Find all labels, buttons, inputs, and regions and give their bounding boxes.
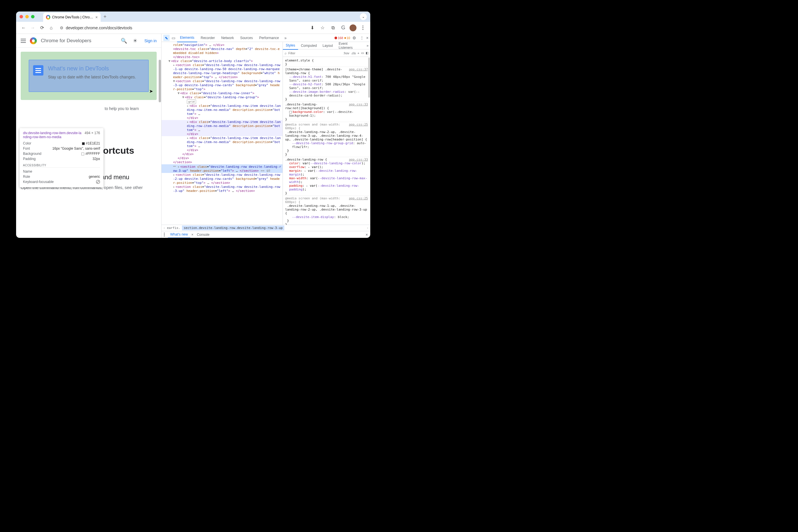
tab-title: Chrome DevTools | Chrome f	[52, 15, 94, 19]
cls-button[interactable]: .cls	[351, 52, 356, 55]
card-description: Stay up to date with the latest DevTools…	[48, 75, 136, 79]
main-area: Chrome for Developers 🔍 ☀ Sign in What's…	[16, 34, 370, 238]
forward-button[interactable]: →	[29, 24, 37, 32]
filter-input[interactable]	[288, 52, 341, 55]
install-app-icon[interactable]: ⬇	[308, 24, 316, 32]
settings-icon[interactable]: ⚙	[351, 35, 358, 41]
theme-toggle-icon[interactable]: ☀	[133, 38, 137, 44]
profile-avatar[interactable]	[350, 24, 356, 31]
styles-rules[interactable]: element.style {} app.css:37 [theme=chrom…	[283, 57, 370, 225]
devtools-menu-icon[interactable]: ⋮	[359, 35, 365, 41]
close-window-button[interactable]	[20, 15, 23, 18]
whats-new-card[interactable]: What's new in DevTools Stay up to date w…	[29, 60, 149, 92]
breadcrumb-item-selected[interactable]: section.devsite-landing-row.devsite-land…	[182, 226, 284, 230]
chevron-right-icon[interactable]: ›	[367, 226, 369, 230]
tooltip-dimensions: 494 × 176	[85, 131, 100, 139]
breadcrumb-item[interactable]: earfix.	[165, 226, 182, 230]
menu-button[interactable]	[359, 24, 367, 32]
browser-window: Chrome DevTools | Chrome f × + ⌄ ← → ⟳ ⌂…	[16, 12, 370, 238]
tab-network[interactable]: Network	[218, 34, 237, 42]
tab-sources[interactable]: Sources	[237, 34, 256, 42]
warnings-badge[interactable]: 10	[345, 36, 350, 40]
color-swatch-icon	[82, 142, 85, 145]
hov-button[interactable]: :hov	[343, 52, 349, 55]
styles-filter-bar: ⌕ :hov .cls + ▭ ◧	[283, 50, 370, 57]
tab-styles[interactable]: Styles	[283, 42, 298, 50]
devtools-drawer: What's new × Console ×	[162, 231, 370, 238]
tab-layout[interactable]: Layout	[320, 42, 336, 50]
toolbar-actions: ⬇ ☆ ⧉ G	[308, 24, 367, 32]
minimize-window-button[interactable]	[25, 15, 29, 18]
color-swatch-icon	[81, 153, 84, 155]
page-body: What's new in DevTools Stay up to date w…	[16, 48, 161, 238]
inspect-element-icon[interactable]: ⬉	[163, 35, 170, 41]
menu-icon[interactable]	[21, 39, 26, 43]
document-icon	[33, 65, 43, 76]
tt-font-value: 16px "Google Sans", sans-serif	[52, 147, 100, 151]
filter-icon: ⌕	[284, 51, 286, 55]
page-viewport: Chrome for Developers 🔍 ☀ Sign in What's…	[16, 34, 162, 238]
tab-close-button[interactable]: ×	[95, 15, 98, 20]
favicon-icon	[46, 15, 50, 20]
bookmark-icon[interactable]: ☆	[318, 24, 327, 32]
dom-breadcrumb[interactable]: ‹ earfix. section.devsite-landing-row.de…	[162, 225, 370, 231]
url-bar[interactable]: ⚙ developer.chrome.com/docs/devtools	[60, 25, 303, 30]
styles-tabs: Styles Computed Layout Event Listeners »	[283, 42, 370, 50]
body-text-snippet: to help you to learn	[104, 106, 161, 111]
selected-dom-node: ⋯ ▸<section class="devsite-landing-row d…	[162, 164, 283, 173]
tt-font-label: Font	[23, 147, 30, 151]
device-toggle-icon[interactable]: ▭	[170, 35, 177, 41]
layout-icon[interactable]: ◧	[366, 51, 369, 55]
computed-toggle-icon[interactable]: ▭	[361, 51, 364, 55]
grid-badge[interactable]: grid	[187, 99, 196, 104]
blocked-icon	[96, 180, 100, 184]
drawer-tab-console[interactable]: Console	[194, 231, 212, 238]
back-button[interactable]: ←	[20, 24, 27, 32]
page-header: Chrome for Developers 🔍 ☀ Sign in	[16, 34, 161, 48]
errors-badge[interactable]: 168	[334, 36, 343, 40]
toolbar: ← → ⟳ ⌂ ⚙ developer.chrome.com/docs/devt…	[16, 22, 370, 34]
dom-tree[interactable]: role="navigation"> … </div> <devsite-toc…	[162, 42, 283, 225]
new-rule-icon[interactable]: +	[358, 52, 359, 55]
new-tab-button[interactable]: +	[104, 14, 107, 20]
styles-panel: Styles Computed Layout Event Listeners »…	[283, 42, 370, 225]
browser-tab[interactable]: Chrome DevTools | Chrome f ×	[43, 13, 100, 22]
home-button[interactable]: ⌂	[47, 24, 55, 32]
drawer-close-button[interactable]: ×	[366, 232, 368, 237]
tabs-menu-button[interactable]: ⌄	[360, 13, 367, 20]
more-styles-tabs-icon[interactable]: »	[365, 44, 370, 48]
extensions-icon[interactable]: ⧉	[329, 24, 337, 32]
more-tabs-icon[interactable]: »	[282, 35, 289, 41]
url-text: developer.chrome.com/docs/devtools	[66, 25, 132, 30]
tab-performance[interactable]: Performance	[256, 34, 282, 42]
styles-scrollbar[interactable]	[368, 57, 370, 98]
tt-role-value: generic	[89, 175, 100, 179]
tab-recorder[interactable]: Recorder	[198, 34, 218, 42]
tab-computed[interactable]: Computed	[298, 42, 320, 50]
scrollbar-thumb[interactable]	[159, 60, 161, 102]
signin-link[interactable]: Sign in	[144, 38, 157, 43]
site-settings-icon[interactable]: ⚙	[60, 25, 63, 30]
highlighted-section: What's new in DevTools Stay up to date w…	[21, 52, 157, 100]
tt-role-label: Role	[23, 175, 30, 179]
devtools-panel: ⬉ ▭ Elements Recorder Network Sources Pe…	[162, 34, 370, 238]
card-title: What's new in DevTools	[48, 65, 136, 72]
maximize-window-button[interactable]	[31, 15, 35, 18]
brand-title: Chrome for Developers	[41, 38, 117, 44]
drawer-tab-whatsnew[interactable]: What's new	[168, 231, 190, 238]
devtools-close-button[interactable]: ×	[366, 36, 369, 40]
tt-accessibility-header: ACCESSIBILITY	[23, 164, 100, 168]
tt-padding-label: Padding	[23, 157, 36, 161]
tt-color-label: Color	[23, 141, 31, 145]
reload-button[interactable]: ⟳	[38, 24, 46, 32]
tab-elements[interactable]: Elements	[177, 34, 197, 42]
drawer-tab-close-icon[interactable]: ×	[191, 233, 193, 237]
inspect-tooltip: div.devsite-landing-row-item.devsite-lan…	[20, 128, 104, 187]
drawer-menu-icon[interactable]	[164, 233, 167, 236]
search-icon[interactable]: 🔍	[121, 38, 127, 44]
chevron-left-icon[interactable]: ‹	[163, 226, 165, 230]
traffic-lights	[20, 15, 35, 18]
google-icon[interactable]: G	[339, 24, 347, 32]
titlebar: Chrome DevTools | Chrome f × + ⌄	[16, 12, 370, 22]
tt-name-label: Name	[23, 170, 32, 173]
